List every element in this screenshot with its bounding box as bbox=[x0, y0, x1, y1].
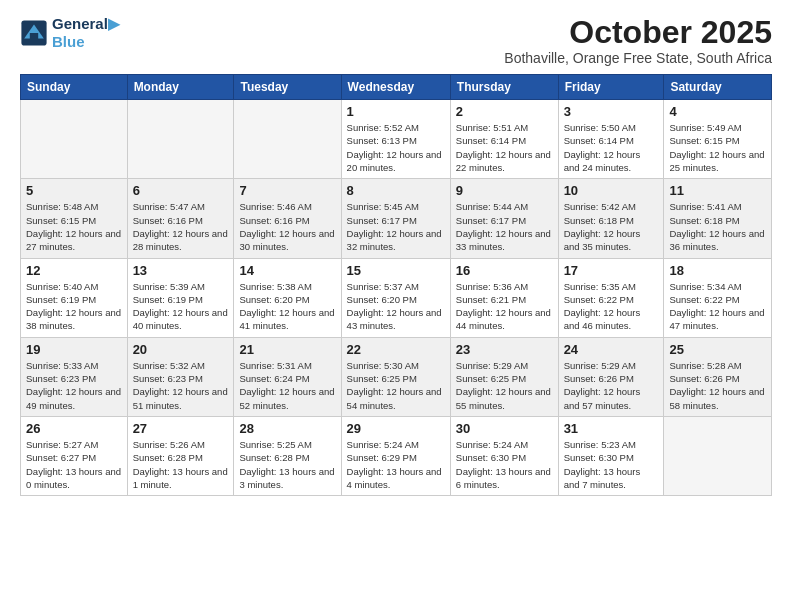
day-info: Sunrise: 5:23 AM Sunset: 6:30 PM Dayligh… bbox=[564, 438, 659, 491]
day-info: Sunrise: 5:52 AM Sunset: 6:13 PM Dayligh… bbox=[347, 121, 445, 174]
day-info: Sunrise: 5:51 AM Sunset: 6:14 PM Dayligh… bbox=[456, 121, 553, 174]
day-number: 12 bbox=[26, 263, 122, 278]
day-number: 25 bbox=[669, 342, 766, 357]
day-cell: 7Sunrise: 5:46 AM Sunset: 6:16 PM Daylig… bbox=[234, 179, 341, 258]
day-number: 19 bbox=[26, 342, 122, 357]
day-cell: 25Sunrise: 5:28 AM Sunset: 6:26 PM Dayli… bbox=[664, 337, 772, 416]
title-area: October 2025 Bothaville, Orange Free Sta… bbox=[504, 15, 772, 66]
day-cell: 13Sunrise: 5:39 AM Sunset: 6:19 PM Dayli… bbox=[127, 258, 234, 337]
day-number: 16 bbox=[456, 263, 553, 278]
day-cell: 16Sunrise: 5:36 AM Sunset: 6:21 PM Dayli… bbox=[450, 258, 558, 337]
day-cell: 29Sunrise: 5:24 AM Sunset: 6:29 PM Dayli… bbox=[341, 416, 450, 495]
day-info: Sunrise: 5:36 AM Sunset: 6:21 PM Dayligh… bbox=[456, 280, 553, 333]
week-row-1: 1Sunrise: 5:52 AM Sunset: 6:13 PM Daylig… bbox=[21, 100, 772, 179]
calendar-header-row: Sunday Monday Tuesday Wednesday Thursday… bbox=[21, 75, 772, 100]
day-number: 22 bbox=[347, 342, 445, 357]
col-saturday: Saturday bbox=[664, 75, 772, 100]
day-cell: 22Sunrise: 5:30 AM Sunset: 6:25 PM Dayli… bbox=[341, 337, 450, 416]
day-number: 27 bbox=[133, 421, 229, 436]
day-number: 24 bbox=[564, 342, 659, 357]
week-row-3: 12Sunrise: 5:40 AM Sunset: 6:19 PM Dayli… bbox=[21, 258, 772, 337]
day-cell: 23Sunrise: 5:29 AM Sunset: 6:25 PM Dayli… bbox=[450, 337, 558, 416]
day-cell: 28Sunrise: 5:25 AM Sunset: 6:28 PM Dayli… bbox=[234, 416, 341, 495]
calendar-page: General▶ Blue October 2025 Bothaville, O… bbox=[0, 0, 792, 612]
day-cell: 10Sunrise: 5:42 AM Sunset: 6:18 PM Dayli… bbox=[558, 179, 664, 258]
day-cell: 8Sunrise: 5:45 AM Sunset: 6:17 PM Daylig… bbox=[341, 179, 450, 258]
day-number: 1 bbox=[347, 104, 445, 119]
day-number: 10 bbox=[564, 183, 659, 198]
day-info: Sunrise: 5:49 AM Sunset: 6:15 PM Dayligh… bbox=[669, 121, 766, 174]
day-number: 26 bbox=[26, 421, 122, 436]
day-info: Sunrise: 5:41 AM Sunset: 6:18 PM Dayligh… bbox=[669, 200, 766, 253]
col-wednesday: Wednesday bbox=[341, 75, 450, 100]
day-number: 28 bbox=[239, 421, 335, 436]
day-cell: 3Sunrise: 5:50 AM Sunset: 6:14 PM Daylig… bbox=[558, 100, 664, 179]
day-info: Sunrise: 5:26 AM Sunset: 6:28 PM Dayligh… bbox=[133, 438, 229, 491]
day-info: Sunrise: 5:25 AM Sunset: 6:28 PM Dayligh… bbox=[239, 438, 335, 491]
day-number: 29 bbox=[347, 421, 445, 436]
day-info: Sunrise: 5:50 AM Sunset: 6:14 PM Dayligh… bbox=[564, 121, 659, 174]
day-cell: 30Sunrise: 5:24 AM Sunset: 6:30 PM Dayli… bbox=[450, 416, 558, 495]
day-cell: 12Sunrise: 5:40 AM Sunset: 6:19 PM Dayli… bbox=[21, 258, 128, 337]
day-cell bbox=[21, 100, 128, 179]
day-info: Sunrise: 5:24 AM Sunset: 6:30 PM Dayligh… bbox=[456, 438, 553, 491]
location-subtitle: Bothaville, Orange Free State, South Afr… bbox=[504, 50, 772, 66]
day-info: Sunrise: 5:30 AM Sunset: 6:25 PM Dayligh… bbox=[347, 359, 445, 412]
day-number: 15 bbox=[347, 263, 445, 278]
day-number: 14 bbox=[239, 263, 335, 278]
day-number: 31 bbox=[564, 421, 659, 436]
day-info: Sunrise: 5:40 AM Sunset: 6:19 PM Dayligh… bbox=[26, 280, 122, 333]
day-number: 8 bbox=[347, 183, 445, 198]
week-row-4: 19Sunrise: 5:33 AM Sunset: 6:23 PM Dayli… bbox=[21, 337, 772, 416]
day-number: 20 bbox=[133, 342, 229, 357]
day-number: 9 bbox=[456, 183, 553, 198]
day-cell: 5Sunrise: 5:48 AM Sunset: 6:15 PM Daylig… bbox=[21, 179, 128, 258]
day-number: 2 bbox=[456, 104, 553, 119]
day-number: 5 bbox=[26, 183, 122, 198]
day-cell: 17Sunrise: 5:35 AM Sunset: 6:22 PM Dayli… bbox=[558, 258, 664, 337]
day-number: 21 bbox=[239, 342, 335, 357]
day-cell: 11Sunrise: 5:41 AM Sunset: 6:18 PM Dayli… bbox=[664, 179, 772, 258]
day-info: Sunrise: 5:24 AM Sunset: 6:29 PM Dayligh… bbox=[347, 438, 445, 491]
calendar-table: Sunday Monday Tuesday Wednesday Thursday… bbox=[20, 74, 772, 496]
day-info: Sunrise: 5:38 AM Sunset: 6:20 PM Dayligh… bbox=[239, 280, 335, 333]
day-cell: 31Sunrise: 5:23 AM Sunset: 6:30 PM Dayli… bbox=[558, 416, 664, 495]
logo: General▶ Blue bbox=[20, 15, 120, 50]
day-info: Sunrise: 5:37 AM Sunset: 6:20 PM Dayligh… bbox=[347, 280, 445, 333]
day-info: Sunrise: 5:29 AM Sunset: 6:26 PM Dayligh… bbox=[564, 359, 659, 412]
day-number: 7 bbox=[239, 183, 335, 198]
day-cell: 26Sunrise: 5:27 AM Sunset: 6:27 PM Dayli… bbox=[21, 416, 128, 495]
day-cell: 15Sunrise: 5:37 AM Sunset: 6:20 PM Dayli… bbox=[341, 258, 450, 337]
day-cell: 9Sunrise: 5:44 AM Sunset: 6:17 PM Daylig… bbox=[450, 179, 558, 258]
day-cell: 2Sunrise: 5:51 AM Sunset: 6:14 PM Daylig… bbox=[450, 100, 558, 179]
day-info: Sunrise: 5:29 AM Sunset: 6:25 PM Dayligh… bbox=[456, 359, 553, 412]
col-friday: Friday bbox=[558, 75, 664, 100]
day-info: Sunrise: 5:31 AM Sunset: 6:24 PM Dayligh… bbox=[239, 359, 335, 412]
day-cell: 20Sunrise: 5:32 AM Sunset: 6:23 PM Dayli… bbox=[127, 337, 234, 416]
day-number: 17 bbox=[564, 263, 659, 278]
calendar-body: 1Sunrise: 5:52 AM Sunset: 6:13 PM Daylig… bbox=[21, 100, 772, 496]
day-cell: 19Sunrise: 5:33 AM Sunset: 6:23 PM Dayli… bbox=[21, 337, 128, 416]
col-sunday: Sunday bbox=[21, 75, 128, 100]
day-cell: 18Sunrise: 5:34 AM Sunset: 6:22 PM Dayli… bbox=[664, 258, 772, 337]
day-cell bbox=[127, 100, 234, 179]
col-monday: Monday bbox=[127, 75, 234, 100]
day-cell: 1Sunrise: 5:52 AM Sunset: 6:13 PM Daylig… bbox=[341, 100, 450, 179]
week-row-5: 26Sunrise: 5:27 AM Sunset: 6:27 PM Dayli… bbox=[21, 416, 772, 495]
day-cell: 21Sunrise: 5:31 AM Sunset: 6:24 PM Dayli… bbox=[234, 337, 341, 416]
day-number: 30 bbox=[456, 421, 553, 436]
day-cell bbox=[664, 416, 772, 495]
day-info: Sunrise: 5:48 AM Sunset: 6:15 PM Dayligh… bbox=[26, 200, 122, 253]
col-thursday: Thursday bbox=[450, 75, 558, 100]
col-tuesday: Tuesday bbox=[234, 75, 341, 100]
svg-rect-2 bbox=[30, 33, 38, 40]
day-info: Sunrise: 5:33 AM Sunset: 6:23 PM Dayligh… bbox=[26, 359, 122, 412]
day-info: Sunrise: 5:34 AM Sunset: 6:22 PM Dayligh… bbox=[669, 280, 766, 333]
day-number: 18 bbox=[669, 263, 766, 278]
day-number: 13 bbox=[133, 263, 229, 278]
day-info: Sunrise: 5:28 AM Sunset: 6:26 PM Dayligh… bbox=[669, 359, 766, 412]
day-cell: 6Sunrise: 5:47 AM Sunset: 6:16 PM Daylig… bbox=[127, 179, 234, 258]
day-info: Sunrise: 5:45 AM Sunset: 6:17 PM Dayligh… bbox=[347, 200, 445, 253]
day-cell: 24Sunrise: 5:29 AM Sunset: 6:26 PM Dayli… bbox=[558, 337, 664, 416]
logo-icon bbox=[20, 19, 48, 47]
